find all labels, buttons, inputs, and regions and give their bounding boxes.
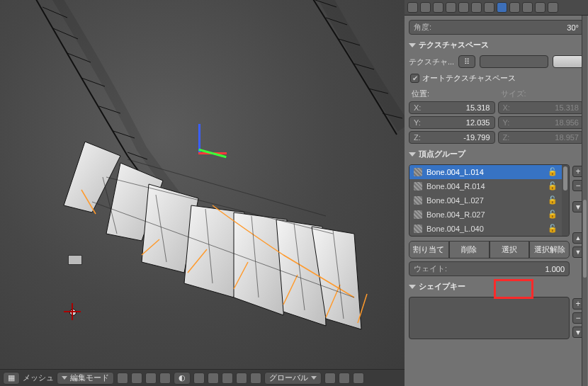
scale-manip-icon[interactable] [250,373,261,384]
properties-tabstrip [405,0,588,16]
texture-browse-icon[interactable]: ⠿ [458,55,475,68]
tab-particles-icon[interactable] [535,2,545,13]
shapekeys-header[interactable]: シェイプキー [409,278,584,295]
lock-icon[interactable]: 🔓 [548,167,558,177]
orientation-menu[interactable]: グローバル [264,372,322,385]
editor-type-menu[interactable]: ▦ [3,372,20,385]
tab-scene-icon[interactable] [433,2,443,13]
vertex-group-item[interactable]: Bone.004_L.027 🔓 [409,193,562,208]
tab-render-layers-icon[interactable] [420,2,431,13]
orientation-label: グローバル [269,373,308,383]
lock-icon[interactable]: 🔓 [548,181,558,191]
position-label: 位置: [409,89,495,99]
vertex-group-list[interactable]: Bone.004_L.014 🔓 Bone.004_R.014 🔓 Bone.0 [409,164,570,237]
rotate-manip-icon[interactable] [236,373,247,384]
tab-constraints-icon[interactable] [471,2,482,13]
vertex-groups-header[interactable]: 頂点グループ [409,146,584,162]
vertex-group-item[interactable]: Bone.004_L.040 🔓 [409,222,562,236]
tab-object-icon[interactable] [458,2,469,13]
auto-texspace-checkbox[interactable]: ✔ [410,74,419,83]
face-select-icon[interactable] [145,373,157,384]
angle-label: 角度: [414,22,431,33]
size-label: サイズ: [498,89,584,99]
3d-viewport[interactable]: ▦ メッシュ 編集モード ◐ グローバル [0,0,405,386]
deselect-button[interactable]: 選択解除 [529,241,570,259]
tab-texture-icon[interactable] [522,2,533,13]
mesh-menu[interactable]: メッシュ [23,373,54,383]
tab-object-data-icon[interactable] [497,2,507,13]
texture-label: テクスチャ... [409,57,454,67]
lock-icon[interactable]: 🔓 [548,210,558,220]
texture-color-swatch[interactable] [553,55,584,68]
texture-space-header[interactable]: テクスチャスペース [409,37,584,53]
tab-material-icon[interactable] [509,2,520,13]
weight-label: ウェイト: [414,263,447,274]
3d-cursor [64,303,81,320]
select-button[interactable]: 選択 [490,241,530,259]
vertex-group-item[interactable]: Bone.004_R.027 🔓 [409,208,562,222]
manipulator-toggle-icon[interactable] [208,373,219,384]
angle-field[interactable]: 角度: 30° [409,20,584,35]
lock-icon[interactable]: 🔓 [548,195,558,205]
panel-scrollbar[interactable] [582,16,587,386]
mode-label: 編集モード [70,373,109,383]
panel-scrollbar-thumb[interactable] [583,200,587,278]
assign-button[interactable]: 割り当て [409,241,449,259]
snap-icon[interactable] [339,373,350,384]
vertex-group-icon [414,182,422,191]
pos-x-field[interactable]: X:15.318 [409,101,495,114]
tab-render-icon[interactable] [407,2,418,13]
shading-menu[interactable]: ◐ [174,372,191,385]
proportional-edit-icon[interactable] [353,373,364,384]
size-x-field[interactable]: X:15.318 [498,101,584,114]
pos-z-field[interactable]: Z:-19.799 [409,131,495,144]
vertex-group-icon [414,168,422,176]
mesh-wireframe [0,0,405,386]
viewport-canvas[interactable] [0,0,405,386]
properties-panel: 角度: 30° テクスチャスペース テクスチャ... ⠿ ✔ オートテクスチャス… [405,0,588,386]
limit-selection-icon[interactable] [159,373,171,384]
lock-icon[interactable]: 🔓 [548,224,558,234]
vertex-group-scrollbar[interactable] [562,165,569,236]
translate-manip-icon[interactable] [222,373,233,384]
weight-value: 1.000 [545,265,565,273]
camera-icon [68,255,82,265]
tab-world-icon[interactable] [446,2,456,13]
vertex-group-icon [414,210,422,219]
pivot-icon[interactable] [193,373,205,384]
tab-modifiers-icon[interactable] [484,2,494,13]
vertex-select-icon[interactable] [117,373,128,384]
size-y-field[interactable]: Y:18.956 [498,116,584,129]
mode-select[interactable]: 編集モード [57,372,114,385]
vertex-group-item[interactable]: Bone.004_L.014 🔓 [409,165,562,179]
pos-y-field[interactable]: Y:12.035 [409,116,495,129]
angle-value: 30° [567,23,579,32]
texture-slot[interactable] [480,55,548,68]
remove-button[interactable]: 削除 [449,241,490,259]
vertex-group-item[interactable]: Bone.004_R.014 🔓 [409,179,562,193]
layers-icon[interactable] [324,373,336,384]
size-z-field[interactable]: Z:18.957 [498,131,584,144]
vertex-group-actions: 割り当て 削除 選択 選択解除 [409,241,570,259]
tab-physics-icon[interactable] [548,2,558,13]
auto-texspace-label: オートテクスチャスペース [422,73,516,84]
viewport-header: ▦ メッシュ 編集モード ◐ グローバル [0,369,405,386]
edge-select-icon[interactable] [131,373,142,384]
vertex-group-icon [414,225,422,233]
weight-field[interactable]: ウェイト: 1.000 [409,261,570,276]
shapekey-list[interactable] [409,297,570,339]
vertex-group-icon [414,196,422,205]
